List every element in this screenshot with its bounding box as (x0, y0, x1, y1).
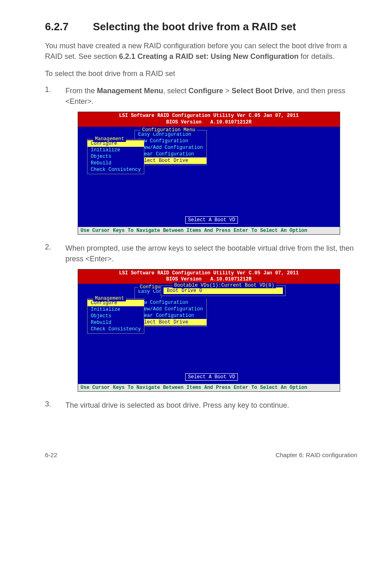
config-menu-title: Configuration Menu (141, 127, 197, 133)
step-3-text: The virtual drive is selected as boot dr… (65, 400, 357, 411)
mgmt-item-objects[interactable]: Objects (87, 153, 144, 160)
boot-drive-0[interactable]: Boot Drive 0 (164, 287, 283, 294)
step-2: 2. When prompted, use the arrow keys to … (45, 243, 357, 264)
page-number: 6-22 (45, 451, 57, 458)
step-1-pre: From the (65, 87, 97, 95)
step-1: 1. From the Management Menu, select Conf… (45, 85, 357, 107)
config-item-new-2[interactable]: New Configuration (135, 299, 206, 306)
mgmt-item-check[interactable]: Check Consistency (87, 166, 144, 173)
select-boot-vd-box-2: Select A Boot VD (185, 373, 238, 381)
step-3: 3. The virtual drive is selected as boot… (45, 400, 357, 411)
page-footer: 6-22 Chapter 6: RAID configuration (45, 435, 357, 458)
management-menu-title: Management (93, 136, 126, 142)
intro-paragraph-2: To select the boot drive from a RAID set (45, 68, 357, 79)
step-1-b3: Select Boot Drive (232, 87, 293, 95)
mgmt-item-objects-2[interactable]: Objects (87, 313, 144, 319)
step-1-b1: Management Menu (97, 87, 163, 95)
config-menu-title-trunc: Configu (138, 284, 162, 290)
mgmt-item-check-2[interactable]: Check Consistency (87, 326, 144, 332)
section-heading: 6.2.7 Selecting the boot drive from a RA… (45, 20, 357, 33)
intro-paragraph-1: You must have created a new RAID configu… (45, 40, 357, 62)
bootable-vds-popup: Bootable VDs(1):Current Boot VD(0) Boot … (161, 285, 286, 296)
management-menu-box: Management Configure Initialize Objects … (87, 139, 144, 174)
bios-screen-2: LSI Software RAID Configuration Utility … (78, 269, 340, 392)
bios-screen-1: LSI Software RAID Configuration Utility … (78, 112, 340, 234)
intro-p1-bold: 6.2.1 Creating a RAID set: Using New Con… (119, 52, 298, 61)
bootable-vds-title: Bootable VDs(1):Current Boot VD(0) (173, 283, 276, 288)
bios-title-bar: LSI Software RAID Configuration Utility … (78, 112, 340, 126)
step-1-text: From the Management Menu, select Configu… (65, 85, 357, 107)
config-item-select-boot-2[interactable]: Select Boot Drive (135, 319, 206, 325)
config-item-select-boot[interactable]: Select Boot Drive (135, 157, 206, 164)
bios2-title-bar: LSI Software RAID Configuration Utility … (78, 269, 340, 284)
config-menu-lower: New Configuration View/Add Configuration… (134, 298, 207, 327)
select-boot-vd-box: Select A Boot VD (185, 216, 238, 224)
bios-title-line1: LSI Software RAID Configuration Utility … (119, 113, 298, 119)
management-menu-title-2: Management (93, 296, 126, 301)
bios2-footer-hint: Use Cursor Keys To Navigate Between Item… (78, 384, 340, 391)
step-1-mid2: > (223, 87, 232, 95)
management-menu-box-2: Management Configure Initialize Objects … (87, 298, 144, 334)
section-number: 6.2.7 (45, 20, 90, 33)
bios-title-line2: BIOS Version A.10.01071212R (166, 119, 252, 125)
mgmt-item-initialize[interactable]: Initialize (87, 147, 144, 153)
step-1-number: 1. (45, 85, 65, 107)
config-item-clear[interactable]: Clear Configuration (135, 151, 206, 157)
config-item-view-2[interactable]: View/Add Configuration (135, 306, 206, 312)
config-item-view[interactable]: View/Add Configuration (135, 144, 206, 151)
step-1-b2: Configure (188, 87, 223, 95)
config-menu-box: Configuration Menu Easy Configuration Ne… (134, 130, 207, 165)
section-title-text: Selecting the boot drive from a RAID set (93, 20, 296, 33)
mgmt-item-rebuild[interactable]: Rebuild (87, 160, 144, 166)
bios2-title-line1: LSI Software RAID Configuration Utility … (119, 270, 298, 276)
step-3-number: 3. (45, 400, 65, 411)
config-item-clear-2[interactable]: Clear Configuration (135, 312, 206, 319)
intro-p1-post: for details. (298, 52, 334, 61)
config-item-new[interactable]: New Configuration (135, 138, 206, 144)
step-1-mid1: , select (163, 87, 188, 95)
mgmt-item-initialize-2[interactable]: Initialize (87, 306, 144, 313)
mgmt-item-rebuild-2[interactable]: Rebuild (87, 319, 144, 326)
chapter-label: Chapter 6: RAID configuration (276, 451, 357, 458)
bios-footer-hint: Use Cursor Keys To Navigate Between Item… (78, 227, 340, 234)
step-2-text: When prompted, use the arrow keys to sel… (65, 243, 357, 264)
bios2-title-line2: BIOS Version A.10.01071212R (166, 276, 252, 282)
step-2-number: 2. (45, 243, 65, 264)
